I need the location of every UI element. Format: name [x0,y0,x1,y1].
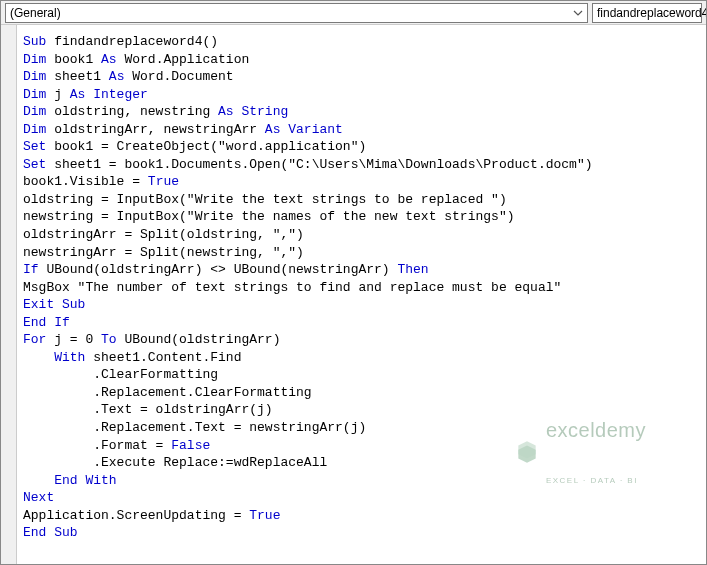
code-line: With sheet1.Content.Find [23,349,700,367]
code-line: oldstringArr = Split(oldstring, ",") [23,226,700,244]
scope-dropdown[interactable]: (General) [5,3,588,23]
procedure-dropdown-value: findandreplaceword4 [597,6,707,20]
chevron-down-icon [571,6,585,20]
code-line: End Sub [23,524,700,542]
scope-dropdown-value: (General) [10,6,61,20]
code-line: Sub findandreplaceword4() [23,33,700,51]
code-line: For j = 0 To UBound(oldstringArr) [23,331,700,349]
code-line: Set book1 = CreateObject("word.applicati… [23,138,700,156]
toolbar: (General) findandreplaceword4 [1,1,706,25]
code-line: newstringArr = Split(newstring, ",") [23,244,700,262]
code-line: oldstring = InputBox("Write the text str… [23,191,700,209]
code-line: MsgBox "The number of text strings to fi… [23,279,700,297]
code-editor[interactable]: Sub findandreplaceword4()Dim book1 As Wo… [17,25,706,564]
watermark-text-wrap: exceldemy EXCEL · DATA · BI [546,385,646,520]
code-line: Dim oldstring, newstring As String [23,103,700,121]
code-line: Dim j As Integer [23,86,700,104]
watermark: exceldemy EXCEL · DATA · BI [514,385,646,520]
code-line: Dim book1 As Word.Application [23,51,700,69]
code-line: Set sheet1 = book1.Documents.Open("C:\Us… [23,156,700,174]
code-line: newstring = InputBox("Write the names of… [23,208,700,226]
code-line: Dim oldstringArr, newstringArr As Varian… [23,121,700,139]
watermark-main: exceldemy [546,420,646,440]
exceldemy-logo-icon [514,439,540,465]
code-line: Dim sheet1 As Word.Document [23,68,700,86]
procedure-dropdown[interactable]: findandreplaceword4 [592,3,702,23]
watermark-sub: EXCEL · DATA · BI [546,477,646,485]
code-area: Sub findandreplaceword4()Dim book1 As Wo… [1,25,706,564]
code-line: Exit Sub [23,296,700,314]
code-line: book1.Visible = True [23,173,700,191]
code-line: .ClearFormatting [23,366,700,384]
code-line: End If [23,314,700,332]
code-line: If UBound(oldstringArr) <> UBound(newstr… [23,261,700,279]
indicator-margin [1,25,17,564]
